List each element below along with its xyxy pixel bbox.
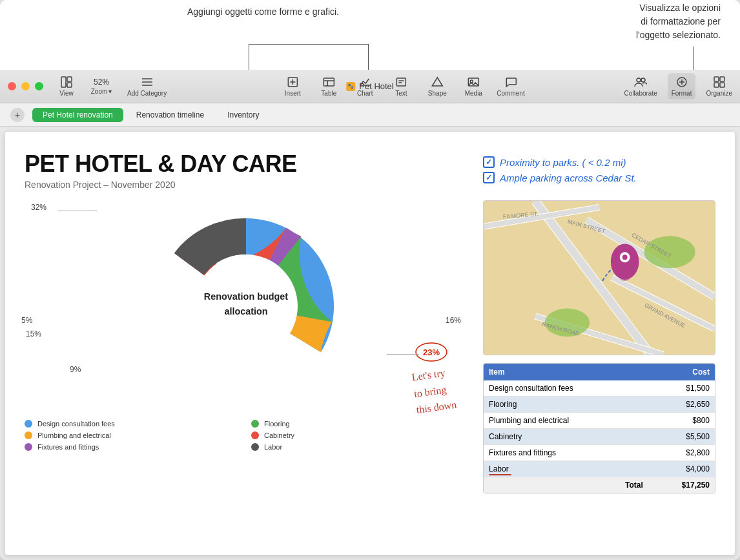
checkbox-2[interactable] [483, 172, 495, 183]
pct-16: 16% [446, 316, 461, 325]
chart-button[interactable]: Chart [352, 76, 378, 97]
svg-text:Renovation budget: Renovation budget [204, 291, 289, 302]
app-window: Aggiungi oggetti come forme e grafici. V… [0, 0, 740, 560]
svg-rect-25 [720, 77, 725, 81]
svg-point-53 [620, 275, 630, 281]
pct-5a: 5% [21, 316, 32, 325]
svg-rect-2 [67, 83, 72, 87]
table-row: Fixtures and fittings $2,800 [484, 445, 715, 461]
tab-renovation-timeline[interactable]: Renovation timeline [126, 108, 214, 122]
pct-9: 9% [70, 365, 81, 374]
col-cost: Cost [648, 364, 715, 380]
pct-32: 32% [31, 203, 46, 212]
annotation-left: Aggiungi oggetti come forme e grafici. [187, 5, 339, 19]
table-row: Cabinetry $5,500 [484, 429, 715, 445]
chart-legend: Design consultation fees Flooring Plumbi… [25, 420, 468, 451]
add-sheet-button[interactable]: + [10, 108, 25, 122]
check-item-2: Ample parking across Cedar St. [483, 172, 715, 183]
page-subtitle: Renovation Project – November 2020 [25, 180, 468, 190]
total-row: Total $17,250 [484, 477, 715, 493]
legend-item-design: Design consultation fees [25, 420, 241, 428]
svg-rect-1 [67, 77, 72, 81]
table-row: Plumbing and electrical $800 [484, 413, 715, 429]
tabbar: + Pet Hotel renovation Renovation timeli… [0, 103, 740, 127]
close-button[interactable] [8, 82, 16, 90]
handwriting-annotation: Let's tryto bringthis down [411, 364, 458, 419]
legend-item-plumbing: Plumbing and electrical [25, 431, 241, 439]
donut-chart: Renovation budget allocation [143, 203, 349, 410]
tab-inventory[interactable]: Inventory [217, 108, 269, 122]
pct-23-circled: 23% [415, 342, 448, 364]
add-category-button[interactable]: Add Category [127, 76, 167, 97]
svg-point-19 [637, 78, 641, 82]
media-button[interactable]: Media [460, 76, 486, 97]
svg-text:allocation: allocation [224, 306, 267, 316]
svg-rect-26 [714, 83, 719, 87]
legend-item-labor: Labor [251, 443, 468, 451]
annotation-right: Visualizza le opzionidi formattazione pe… [636, 1, 721, 42]
view-button[interactable]: View [54, 76, 79, 97]
svg-rect-0 [61, 77, 66, 87]
legend-item-fixtures: Fixtures and fittings [25, 443, 241, 451]
left-column: PET HOTEL & DAY CARE Renovation Project … [25, 151, 468, 535]
table-row: Design consultation fees $1,500 [484, 380, 715, 397]
col-item: Item [484, 364, 648, 380]
checklist: Proximity to parks. ( < 0.2 mi) Ample pa… [483, 151, 715, 192]
main-content: PET HOTEL & DAY CARE Renovation Project … [0, 127, 740, 560]
svg-point-20 [641, 78, 645, 82]
page-title: PET HOTEL & DAY CARE [25, 151, 468, 177]
svg-marker-16 [432, 78, 442, 86]
page: PET HOTEL & DAY CARE Renovation Project … [5, 132, 735, 555]
collaborate-button[interactable]: Collaborate [624, 76, 657, 97]
right-column: Proximity to parks. ( < 0.2 mi) Ample pa… [483, 151, 715, 535]
check-item-1: Proximity to parks. ( < 0.2 mi) [483, 156, 715, 168]
organize-button[interactable]: Organize [706, 76, 732, 97]
table-row: Flooring $2,650 [484, 397, 715, 413]
traffic-lights[interactable] [8, 82, 43, 90]
maximize-button[interactable] [35, 82, 43, 90]
insert-button[interactable]: Insert [280, 76, 305, 97]
svg-rect-9 [324, 78, 334, 86]
legend-item-flooring: Flooring [251, 420, 468, 428]
format-button[interactable]: Format [668, 73, 696, 99]
svg-rect-24 [714, 77, 719, 81]
pct-15: 15% [26, 329, 41, 338]
table-row: Labor $4,000 [484, 461, 715, 477]
svg-point-54 [622, 254, 628, 260]
legend-item-cabinetry: Cabinetry [251, 431, 468, 439]
checkbox-1[interactable] [483, 156, 495, 168]
cost-table: Item Cost Design consultation fees $1,50… [483, 363, 715, 493]
titlebar: View 52% Zoom ▾ Add Category 🐾 Pet Hotel [0, 70, 740, 103]
map-container: FILMORE ST. MAIN STREET CEDAR STREET RAN… [483, 200, 715, 355]
shape-button[interactable]: Shape [424, 76, 450, 97]
text-button[interactable]: Text [388, 76, 414, 97]
table-button[interactable]: Table [316, 76, 342, 97]
svg-rect-27 [720, 83, 725, 87]
tab-pet-hotel-renovation[interactable]: Pet Hotel renovation [32, 108, 123, 122]
svg-text:23%: 23% [423, 347, 440, 357]
minimize-button[interactable] [21, 82, 30, 90]
svg-rect-13 [396, 78, 406, 86]
comment-button[interactable]: Comment [497, 76, 524, 97]
zoom-button[interactable]: 52% Zoom ▾ [88, 78, 114, 95]
